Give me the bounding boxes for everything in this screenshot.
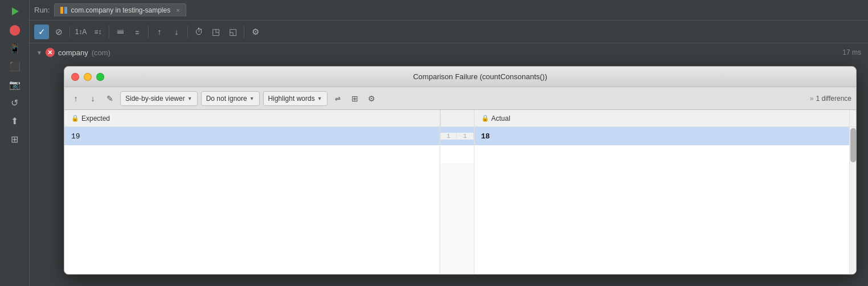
check-button[interactable]: ✓	[34, 24, 49, 39]
diff-count: 1 difference	[816, 95, 852, 103]
ignore-select-arrow: ▼	[249, 96, 255, 101]
sidebar: ⬤ 📱 ⬛ 📷 ↺ ⬆ ⊞	[0, 0, 30, 286]
modal-toolbar: ↑ ↓ ✎ Side-by-side viewer ▼ Do not ignor…	[64, 87, 856, 110]
sort-alpha-button[interactable]: 1↕A	[73, 24, 88, 39]
sidebar-grid-icon[interactable]: ⊞	[7, 131, 23, 147]
modal-edit-button[interactable]: ✎	[103, 92, 117, 105]
toolbar-separator-2	[109, 26, 109, 38]
toolbar-separator-5	[244, 26, 244, 38]
expand-arrow-icon[interactable]: ▼	[36, 50, 42, 56]
sidebar-stop-icon[interactable]: ⬛	[7, 58, 23, 74]
actual-value-text: 18	[481, 132, 490, 141]
svg-marker-0	[12, 7, 19, 15]
ignore-select[interactable]: Do not ignore ▼	[201, 91, 260, 106]
test-package: (com)	[92, 48, 110, 57]
viewer-select-arrow: ▼	[187, 96, 193, 101]
lineno-left-1: 1	[440, 133, 457, 140]
test-class-name: company	[58, 48, 88, 57]
tab-bar: Run: com.company in testing-samples ×	[30, 0, 868, 21]
align-bottom-button[interactable]: ⩷	[130, 24, 145, 39]
window-minimize-button[interactable]	[84, 73, 92, 81]
scrollbar-header	[849, 110, 856, 126]
toolbar-separator-3	[148, 26, 149, 38]
actual-row-2	[474, 145, 850, 164]
lock-actual-icon: 🔒	[481, 115, 489, 122]
sidebar-refresh-icon[interactable]: ↺	[7, 95, 23, 111]
tab-icon	[60, 7, 67, 14]
sidebar-import-icon[interactable]: ⬆	[7, 113, 23, 129]
clock-button[interactable]: ⏱	[191, 24, 206, 39]
up-button[interactable]: ↑	[152, 24, 167, 39]
align-top-button[interactable]: ⩸	[113, 24, 128, 39]
comparison-area: 🔒 Expected 🔒 Actual 19	[64, 110, 856, 274]
lineno-row-2	[440, 145, 474, 164]
test-timing: 17 ms	[842, 48, 861, 56]
highlight-select-label: Highlight words	[268, 95, 315, 103]
line-numbers-column: 1 1	[440, 127, 474, 274]
down-button[interactable]: ↓	[169, 24, 184, 39]
ignore-select-label: Do not ignore	[206, 95, 247, 103]
expand-button[interactable]: ◱	[226, 24, 240, 39]
modal-columns-button[interactable]: ⊞	[348, 92, 362, 105]
run-label: Run:	[34, 6, 50, 14]
test-result-row: ▼ ✕ company (com) 17 ms	[36, 48, 861, 57]
window-close-button[interactable]	[71, 73, 79, 81]
diff-badge: » 1 difference	[810, 95, 851, 103]
viewer-select[interactable]: Side-by-side viewer ▼	[120, 91, 198, 106]
actual-header: 🔒 Actual	[474, 110, 850, 126]
cancel-button[interactable]: ⊘	[51, 24, 66, 39]
toolbar-separator-4	[187, 26, 188, 38]
highlight-select-arrow: ▼	[317, 96, 322, 101]
toolbar-separator-1	[69, 26, 70, 38]
highlight-select[interactable]: Highlight words ▼	[263, 91, 327, 106]
modal-up-button[interactable]: ↑	[69, 92, 83, 105]
expected-value-1: 19	[64, 132, 440, 141]
main-panel: Run: com.company in testing-samples × ✓ …	[30, 0, 868, 286]
sidebar-run-icon[interactable]	[7, 3, 23, 19]
lineno-right-1: 1	[457, 133, 473, 140]
comparison-rows: 19 1 1	[64, 127, 856, 274]
diff-arrows-icon: »	[810, 95, 814, 103]
collapse-button[interactable]: ◳	[208, 24, 223, 39]
comparison-headers: 🔒 Expected 🔒 Actual	[64, 110, 856, 127]
modal-title: Comparison Failure (countConsonants())	[111, 72, 849, 81]
tab-close-button[interactable]: ×	[176, 7, 179, 14]
main-toolbar: ✓ ⊘ 1↕A ≡↕ ⩸ ⩷ ↑ ↓ ⏱ ◳ ◱ ⚙	[30, 21, 868, 43]
window-controls	[71, 73, 104, 81]
scrollbar-thumb[interactable]	[850, 128, 856, 162]
sidebar-error-icon[interactable]: ⬤	[7, 22, 23, 38]
window-maximize-button[interactable]	[96, 73, 104, 81]
sort-button[interactable]: ≡↕	[91, 24, 105, 39]
expected-column: 19	[64, 127, 440, 274]
actual-value-1: 18	[474, 132, 850, 141]
actual-column: 18	[474, 127, 850, 274]
settings-button[interactable]: ⚙	[248, 24, 263, 39]
modal-titlebar: Comparison Failure (countConsonants())	[64, 67, 856, 87]
modal-settings2-button[interactable]: ⇌	[331, 92, 345, 105]
expected-header: 🔒 Expected	[64, 110, 440, 126]
sidebar-camera-icon[interactable]: 📷	[7, 76, 23, 92]
viewer-select-label: Side-by-side viewer	[125, 95, 185, 103]
modal-gear-button[interactable]: ⚙	[365, 92, 379, 105]
tab-label: com.company in testing-samples	[71, 6, 170, 14]
actual-row-1: 18	[474, 127, 850, 145]
sidebar-device-icon[interactable]: 📱	[7, 40, 23, 56]
expected-row-2	[64, 145, 440, 164]
linenos-header	[440, 110, 474, 126]
comparison-scrollbar[interactable]	[849, 127, 856, 274]
comparison-modal: Comparison Failure (countConsonants()) ↑…	[64, 66, 857, 275]
content-area: ▼ ✕ company (com) 17 ms Comparison Failu…	[30, 43, 868, 286]
lineno-row-1: 1 1	[440, 127, 474, 145]
tab-run[interactable]: com.company in testing-samples ×	[54, 3, 186, 17]
expected-label: Expected	[81, 115, 110, 122]
lock-expected-icon: 🔒	[71, 115, 79, 122]
expected-row-1: 19	[64, 127, 440, 145]
modal-down-button[interactable]: ↓	[86, 92, 100, 105]
error-icon: ✕	[46, 48, 55, 57]
actual-label: Actual	[492, 115, 510, 122]
